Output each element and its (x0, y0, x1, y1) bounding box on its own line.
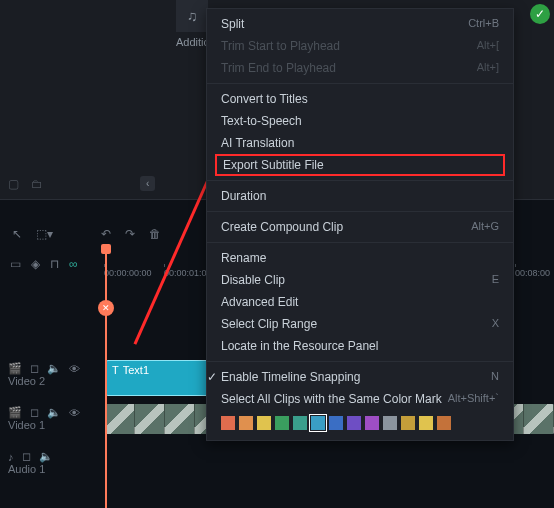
menu-convert-titles[interactable]: Convert to Titles (207, 88, 513, 110)
context-menu: SplitCtrl+B Trim Start to PlayheadAlt+[ … (206, 8, 514, 441)
menu-separator (207, 83, 513, 84)
delete-icon[interactable]: 🗑 (149, 227, 161, 241)
magnet-icon[interactable]: ⊓ (50, 257, 59, 271)
new-bin-icon[interactable]: ▢ (8, 177, 19, 191)
ruler-tick: 00:00:00:00 (104, 268, 152, 278)
redo-icon[interactable]: ↷ (125, 227, 135, 241)
menu-locate-resource[interactable]: Locate in the Resource Panel (207, 335, 513, 357)
text-clip-icon: T (112, 364, 119, 376)
track-header[interactable]: 🎬◻🔈👁 Video 2 (0, 360, 100, 389)
color-swatch[interactable] (365, 416, 379, 430)
playhead[interactable] (105, 248, 107, 508)
color-swatch[interactable] (347, 416, 361, 430)
color-swatch[interactable] (293, 416, 307, 430)
color-swatch[interactable] (257, 416, 271, 430)
color-swatch[interactable] (221, 416, 235, 430)
success-badge: ✓ (530, 4, 550, 24)
menu-separator (207, 211, 513, 212)
color-swatch[interactable] (419, 416, 433, 430)
mute-icon[interactable]: 🔈 (47, 406, 61, 419)
link-icon[interactable]: ∞ (69, 257, 78, 271)
lock-icon[interactable]: ◻ (22, 450, 31, 463)
menu-snapping[interactable]: ✓Enable Timeline SnappingN (207, 366, 513, 388)
menu-export-subtitle[interactable]: Export Subtitle File (223, 158, 497, 172)
select-tool-icon[interactable]: ⬚▾ (36, 227, 53, 241)
mute-icon[interactable]: 🔈 (39, 450, 53, 463)
color-swatch[interactable] (383, 416, 397, 430)
ruler-tick: 00:00:01:00 (164, 268, 212, 278)
panel-footer-icons: ▢ 🗀 (8, 177, 43, 191)
lock-icon[interactable]: ◻ (30, 362, 39, 375)
visibility-icon[interactable]: 👁 (69, 363, 80, 375)
menu-tts[interactable]: Text-to-Speech (207, 110, 513, 132)
menu-rename[interactable]: Rename (207, 247, 513, 269)
track-label: Video 2 (8, 375, 92, 387)
undo-icon[interactable]: ↶ (101, 227, 111, 241)
track-audio1: ♪◻🔈 Audio 1 (0, 448, 554, 488)
color-swatch-row (207, 410, 513, 436)
color-swatch[interactable] (401, 416, 415, 430)
color-swatch[interactable] (437, 416, 451, 430)
menu-trim-start: Trim Start to PlayheadAlt+[ (207, 35, 513, 57)
menu-separator (207, 180, 513, 181)
video-track-icon: 🎬 (8, 362, 22, 375)
marker-icon[interactable]: ◈ (31, 257, 40, 271)
track-header[interactable]: ♪◻🔈 Audio 1 (0, 448, 100, 477)
menu-separator (207, 361, 513, 362)
menu-export-subtitle-highlight: Export Subtitle File (215, 154, 505, 176)
music-note-icon: ♫ (187, 8, 198, 24)
text-clip-label: Text1 (123, 364, 149, 376)
visibility-icon[interactable]: 👁 (69, 407, 80, 419)
menu-separator (207, 242, 513, 243)
menu-ai-translation[interactable]: AI Translation (207, 132, 513, 154)
media-tab-label: Additio (176, 36, 210, 48)
pointer-tool-icon[interactable]: ↖ (12, 227, 22, 241)
timeline-view-icon[interactable]: ▭ (10, 257, 21, 271)
color-swatch[interactable] (329, 416, 343, 430)
media-tab-audio[interactable]: ♫ (176, 0, 208, 32)
ruler-tick: 00:08:00 (515, 268, 550, 278)
audio-track-icon: ♪ (8, 451, 14, 463)
color-swatch[interactable] (275, 416, 289, 430)
color-swatch[interactable] (239, 416, 253, 430)
panel-collapse-button[interactable]: ‹ (140, 176, 155, 191)
menu-select-same-color[interactable]: Select All Clips with the Same Color Mar… (207, 388, 513, 410)
track-label: Video 1 (8, 419, 92, 431)
mute-icon[interactable]: 🔈 (47, 362, 61, 375)
color-swatch[interactable] (311, 416, 325, 430)
menu-compound-clip[interactable]: Create Compound ClipAlt+G (207, 216, 513, 238)
new-folder-icon[interactable]: 🗀 (31, 177, 43, 191)
menu-trim-end: Trim End to PlayheadAlt+] (207, 57, 513, 79)
lock-icon[interactable]: ◻ (30, 406, 39, 419)
playhead-handle[interactable]: ✕ (98, 300, 114, 316)
video-track-icon: 🎬 (8, 406, 22, 419)
menu-disable-clip[interactable]: Disable ClipE (207, 269, 513, 291)
check-icon: ✓ (207, 370, 221, 384)
track-label: Audio 1 (8, 463, 92, 475)
menu-duration[interactable]: Duration (207, 185, 513, 207)
menu-advanced-edit[interactable]: Advanced Edit (207, 291, 513, 313)
menu-split[interactable]: SplitCtrl+B (207, 13, 513, 35)
menu-select-range[interactable]: Select Clip RangeX (207, 313, 513, 335)
track-header[interactable]: 🎬◻🔈👁 Video 1 (0, 404, 100, 433)
